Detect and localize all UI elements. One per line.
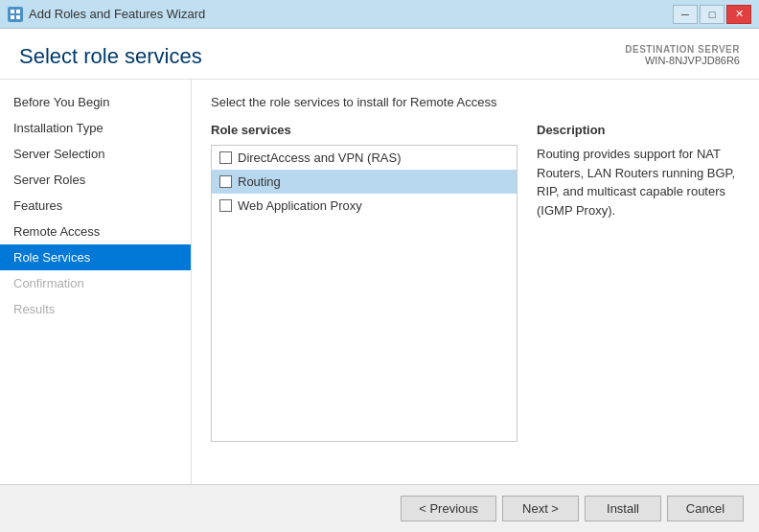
window-title: Add Roles and Features Wizard [29, 7, 205, 21]
role-label-web-app-proxy: Web Application Proxy [238, 198, 362, 213]
sidebar-item-server-roles[interactable]: Server Roles [0, 167, 191, 193]
sidebar: Before You Begin Installation Type Serve… [0, 80, 192, 484]
role-services-header: Role services [211, 123, 518, 137]
next-button[interactable]: Next > [502, 496, 579, 521]
role-label-directaccess-vpn: DirectAccess and VPN (RAS) [238, 150, 402, 165]
description-text: Routing provides support for NAT Routers… [537, 145, 740, 220]
sidebar-item-installation-type[interactable]: Installation Type [0, 115, 191, 141]
content-area: Before You Begin Installation Type Serve… [0, 80, 759, 484]
sidebar-item-before-you-begin[interactable]: Before You Begin [0, 89, 191, 115]
destination-server-label: DESTINATION SERVER [625, 44, 740, 55]
role-label-routing: Routing [238, 174, 281, 189]
instruction-text: Select the role services to install for … [211, 95, 740, 109]
svg-rect-2 [11, 15, 14, 19]
maximize-button[interactable]: □ [700, 5, 724, 24]
destination-server: DESTINATION SERVER WIN-8NJVPJD86R6 [625, 44, 740, 66]
checkbox-web-app-proxy[interactable] [219, 199, 232, 212]
description-panel: Description Routing provides support for… [537, 123, 740, 442]
role-item-directaccess-vpn[interactable]: DirectAccess and VPN (RAS) [212, 146, 517, 170]
two-col-layout: Role services DirectAccess and VPN (RAS)… [211, 123, 740, 442]
svg-rect-0 [11, 10, 14, 13]
role-services-panel: Role services DirectAccess and VPN (RAS)… [211, 123, 518, 442]
sidebar-item-server-selection[interactable]: Server Selection [0, 141, 191, 167]
close-button[interactable]: ✕ [726, 5, 751, 24]
main-content: Select the role services to install for … [192, 80, 759, 484]
sidebar-item-remote-access[interactable]: Remote Access [0, 219, 191, 244]
title-bar: Add Roles and Features Wizard ─ □ ✕ [0, 0, 759, 29]
previous-button[interactable]: < Previous [401, 496, 496, 521]
role-list: DirectAccess and VPN (RAS) Routing Web A… [211, 145, 518, 442]
description-header: Description [537, 123, 740, 137]
svg-rect-3 [16, 15, 20, 19]
sidebar-item-results: Results [0, 296, 191, 322]
app-icon [8, 7, 23, 22]
destination-server-name: WIN-8NJVPJD86R6 [625, 55, 740, 66]
sidebar-item-confirmation: Confirmation [0, 270, 191, 296]
install-button[interactable]: Install [585, 496, 661, 521]
minimize-button[interactable]: ─ [673, 5, 698, 24]
cancel-button[interactable]: Cancel [667, 496, 744, 521]
svg-rect-1 [16, 10, 20, 13]
page-title: Select role services [19, 44, 202, 69]
checkbox-directaccess-vpn[interactable] [219, 151, 232, 164]
footer: < Previous Next > Install Cancel [0, 484, 759, 532]
sidebar-item-role-services[interactable]: Role Services [0, 244, 191, 270]
title-bar-left: Add Roles and Features Wizard [8, 7, 205, 22]
main-window: Select role services DESTINATION SERVER … [0, 29, 759, 532]
role-item-routing[interactable]: Routing [212, 170, 517, 194]
page-header: Select role services DESTINATION SERVER … [0, 29, 759, 80]
sidebar-item-features[interactable]: Features [0, 193, 191, 219]
window-controls: ─ □ ✕ [673, 5, 751, 24]
checkbox-routing[interactable] [219, 175, 232, 188]
role-item-web-app-proxy[interactable]: Web Application Proxy [212, 194, 517, 218]
